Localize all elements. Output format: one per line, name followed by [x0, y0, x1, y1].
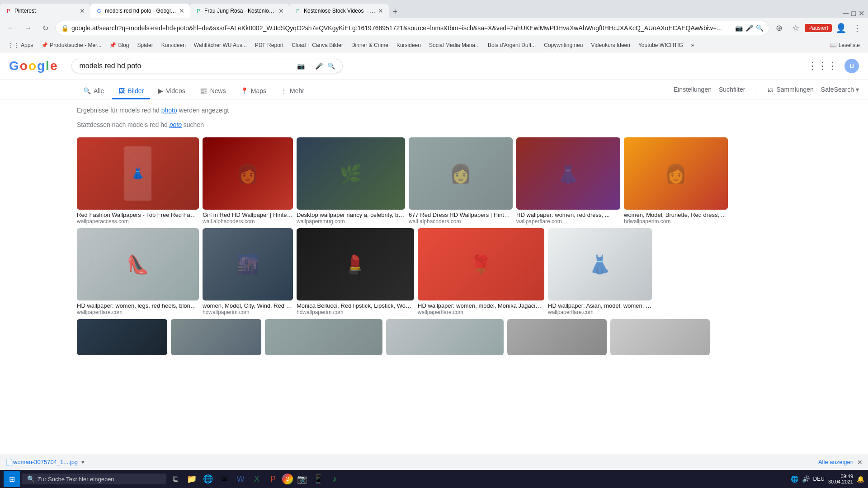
bookmark-blog[interactable]: 📌 Blog — [106, 41, 132, 49]
bookmark-kursideen1[interactable]: Kursideen — [158, 41, 189, 49]
user-avatar[interactable]: U — [844, 59, 859, 73]
camera-search-icon[interactable]: 📷 — [297, 62, 305, 70]
tab-pinterest-close[interactable]: ✕ — [80, 7, 85, 14]
bookmark-kursideen2-label: Kursideen — [396, 42, 421, 48]
bookmark-videokurs[interactable]: Videokurs Ideen — [587, 41, 634, 49]
taskbar-spotify[interactable]: ♪ — [327, 472, 342, 486]
taskbar-mail[interactable]: ✉ — [217, 472, 231, 486]
taskbar-file-explorer[interactable]: 📁 — [184, 472, 199, 486]
bookmark-social[interactable]: Social Media Mana... — [425, 41, 483, 49]
tab-pexels[interactable]: P Kostenlose Stock Videos – Pexels... ✕ — [289, 4, 389, 18]
bookmark-dinner[interactable]: Dinner & Crime — [348, 41, 392, 49]
image-item-12[interactable] — [77, 319, 167, 355]
bookmark-leseliste[interactable]: 📖 Leseliste — [826, 41, 863, 49]
bookmark-spaeter[interactable]: Später — [133, 41, 156, 49]
pause-button[interactable]: Pausiert — [805, 24, 832, 32]
maximize-button[interactable]: □ — [851, 9, 856, 18]
bookmark-more[interactable]: » — [688, 41, 698, 49]
search-submit-icon[interactable]: 🔍 — [756, 24, 764, 32]
image-item-9[interactable]: 💄 Monica Bellucci, Red lipstick, Lipstic… — [297, 228, 414, 315]
download-filename[interactable]: woman-3075704_1....jpg — [13, 459, 78, 465]
new-tab-button[interactable]: + — [389, 5, 401, 18]
search-button-icon[interactable]: 🔍 — [327, 62, 335, 70]
taskbar-task-view[interactable]: ⧉ — [168, 472, 183, 486]
microphone-icon[interactable]: 🎤 — [745, 24, 753, 32]
menu-button[interactable]: ⋮ — [850, 21, 864, 35]
image-item-5[interactable]: 👗 HD wallpaper: women, red dress, ... wa… — [516, 137, 620, 225]
nav-news[interactable]: 📰 News — [193, 84, 232, 99]
camera-icon[interactable]: 📷 — [735, 24, 743, 32]
suchfilter-link[interactable]: Suchfilter — [719, 86, 745, 93]
image-item-8[interactable]: 🌆 women, Model, City, Wind, Red dress HD… — [203, 228, 293, 315]
safesearch-button[interactable]: SafeSearch ▾ — [821, 86, 859, 93]
back-button[interactable]: ← — [4, 21, 18, 35]
bookmarks-star-icon[interactable]: ☆ — [788, 21, 803, 35]
image-thumb-13 — [171, 319, 261, 355]
nav-alle[interactable]: 🔍 Alle — [77, 84, 110, 99]
nav-videos[interactable]: ▶ Videos — [152, 84, 192, 99]
bookmark-bois[interactable]: Bois d'Argent Duft... — [484, 41, 539, 49]
tab-pinterest[interactable]: P Pinterest ✕ — [0, 4, 90, 18]
taskbar-edge-browser[interactable]: 🌐 — [201, 472, 215, 486]
image-item-16[interactable] — [507, 319, 607, 355]
taskbar-camera[interactable]: 📷 — [295, 472, 309, 486]
tab-frau-jung[interactable]: P Frau Jung Rosa - Kostenloses Fo... ✕ — [190, 4, 289, 18]
search-input[interactable] — [79, 62, 292, 70]
bookmark-produktsuche[interactable]: 📌 Produktsuche - Mer... — [38, 41, 105, 49]
address-bar[interactable]: 🔒 google.at/search?q=models+red+hd+poto&… — [55, 21, 769, 35]
bookmark-wahlfaecher-label: Wahlfächer WU Aus... — [194, 42, 247, 48]
close-window-button[interactable]: ✕ — [859, 9, 864, 18]
bookmark-canva[interactable]: Cload + Canva Bilder — [288, 41, 347, 49]
profile-icon[interactable]: 👤 — [834, 21, 848, 35]
nav-maps[interactable]: 📍 Maps — [234, 84, 273, 99]
bookmark-pdf[interactable]: PDF Report — [251, 41, 287, 49]
refresh-button[interactable]: ↻ — [38, 21, 52, 35]
image-item-15[interactable] — [386, 319, 504, 355]
image-item-17[interactable] — [610, 319, 710, 355]
image-item-1[interactable]: 👗 Red Fashion Wallpapers - Top Free Red … — [77, 137, 199, 225]
bookmark-kursideen2[interactable]: Kursideen — [393, 41, 425, 49]
image-item-3[interactable]: 🌿 Desktop wallpaper nancy a, celebrity, … — [297, 137, 405, 225]
taskbar-office-excel[interactable]: X — [250, 472, 264, 486]
image-item-2[interactable]: 👩 Girl in Red HD Wallpaper | Hintergu...… — [203, 137, 293, 225]
image-item-14[interactable] — [265, 319, 382, 355]
taskbar-office-word[interactable]: W — [233, 472, 248, 486]
start-button[interactable]: ⊞ — [4, 471, 20, 487]
correction-photo-link[interactable]: photo — [161, 107, 177, 114]
image-item-11[interactable]: 👗 HD wallpaper: Asian, model, women, red… — [548, 228, 652, 315]
image-item-13[interactable] — [171, 319, 261, 355]
tab-pexels-close[interactable]: ✕ — [378, 7, 383, 14]
taskbar-office-powerpoint[interactable]: P — [266, 472, 280, 486]
forward-button[interactable]: → — [21, 21, 35, 35]
sammlungen-button[interactable]: 🗂 Sammlungen — [767, 86, 814, 93]
show-all-downloads-button[interactable]: Alle anzeigen — [818, 459, 854, 465]
taskbar-phone[interactable]: 📱 — [311, 472, 326, 486]
bookmark-copywriting[interactable]: Copywriting neu — [540, 41, 586, 49]
tab-google-close[interactable]: ✕ — [179, 7, 184, 14]
voice-search-icon[interactable]: 🎤 — [315, 62, 323, 70]
image-item-6[interactable]: 👩 women, Model, Brunette, Red dress, ...… — [624, 137, 728, 225]
apps-grid-icon[interactable]: ⋮⋮⋮ — [807, 60, 837, 72]
taskbar-chrome[interactable]: G — [282, 474, 293, 484]
image-item-7[interactable]: 👠 HD wallpaper: women, legs, red heels, … — [77, 228, 199, 315]
taskbar-notification-icon[interactable]: 🔔 — [857, 475, 864, 483]
taskbar-search-placeholder: Zur Suche Text hier eingeben — [38, 476, 114, 483]
image-item-10[interactable]: 🌹 HD wallpaper: women, model, Monika Jag… — [418, 228, 544, 315]
bookmark-youtube[interactable]: Youtube WICHTIG — [635, 41, 687, 49]
bookmark-wahlfaecher[interactable]: Wahlfächer WU Aus... — [190, 41, 250, 49]
extensions-icon[interactable]: ⊕ — [772, 21, 787, 35]
correction-poto-link[interactable]: poto — [170, 121, 182, 128]
nav-bilder[interactable]: 🖼 Bilder — [112, 84, 150, 99]
tab-frau-jung-close[interactable]: ✕ — [278, 7, 284, 14]
taskbar-search[interactable]: 🔍 Zur Suche Text hier eingeben — [22, 474, 166, 484]
close-download-bar-button[interactable]: ✕ — [857, 459, 863, 466]
google-logo[interactable]: Google — [9, 59, 57, 73]
search-bar[interactable]: 📷 | 🎤 🔍 — [71, 59, 343, 73]
bookmark-apps[interactable]: ⋮⋮ Apps — [5, 41, 37, 49]
image-item-4[interactable]: 👩 677 Red Dress HD Wallpapers | Hinterg.… — [409, 137, 513, 225]
download-expand-button[interactable]: ▾ — [81, 459, 85, 465]
tab-google-search[interactable]: G models red hd poto - Google S... ✕ — [90, 4, 190, 18]
einstellungen-link[interactable]: Einstellungen — [674, 86, 712, 93]
nav-mehr[interactable]: ⋮ Mehr — [274, 84, 311, 99]
minimize-button[interactable]: ─ — [843, 9, 849, 18]
